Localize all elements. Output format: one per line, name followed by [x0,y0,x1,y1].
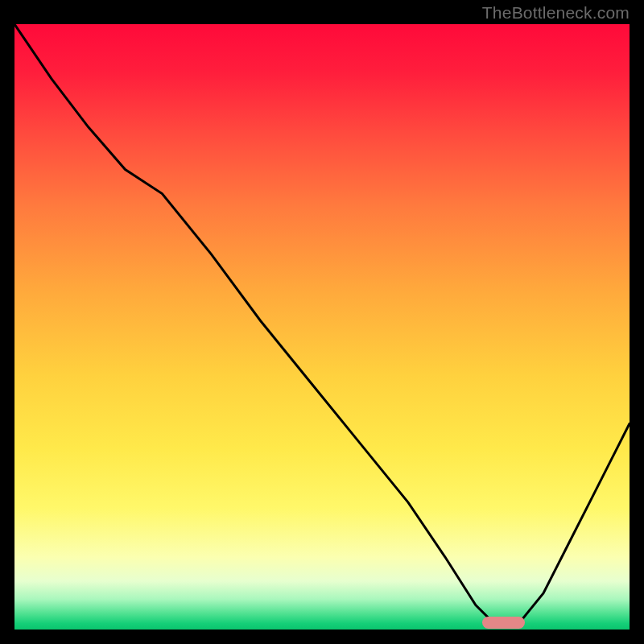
optimal-marker [482,617,525,629]
curve-path [14,24,630,624]
bottleneck-curve [14,24,630,630]
chart-frame: TheBottleneck.com [0,0,644,644]
plot-area [14,24,630,630]
watermark-text: TheBottleneck.com [482,3,630,23]
